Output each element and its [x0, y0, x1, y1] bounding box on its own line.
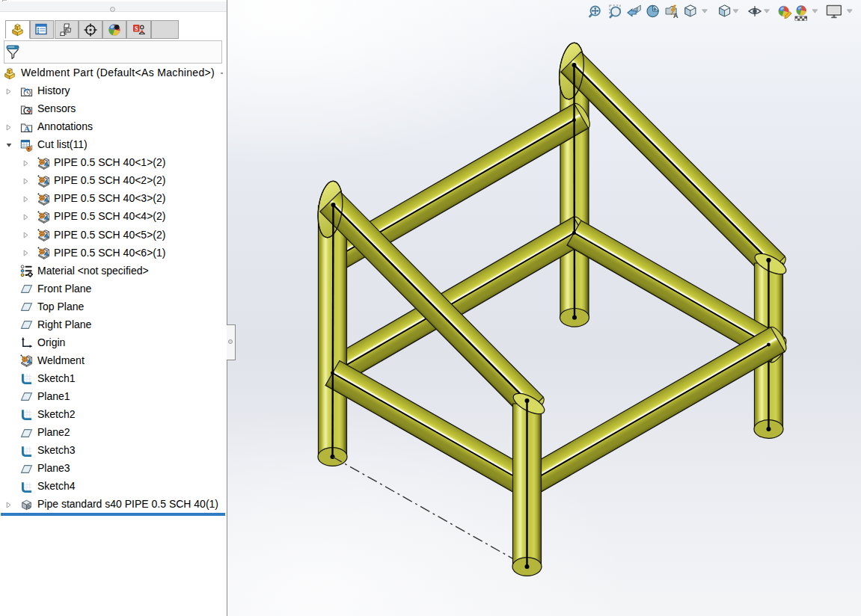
svg-text:S: S: [134, 25, 138, 32]
svg-text:A: A: [673, 12, 678, 19]
